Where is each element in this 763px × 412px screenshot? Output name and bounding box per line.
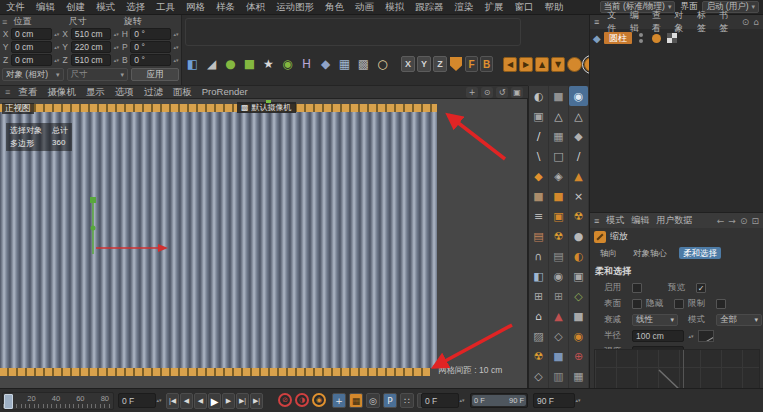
viewport[interactable]: 正视图 ▩ 默认摄像机 选择对象 总计 多边形 360 网格间距 : 10 cm (0, 99, 528, 388)
restrict-checkbox[interactable] (716, 299, 726, 309)
toolbar-icon[interactable]: ◉ (279, 54, 296, 74)
viewport-menu-item[interactable]: 查看 (18, 86, 37, 99)
object-mode-dropdown[interactable]: 对象 (相对)▾ (2, 68, 64, 81)
palette-icon[interactable]: ■ (569, 306, 588, 326)
toolbar-icon[interactable]: ■ (241, 54, 258, 74)
size-field[interactable]: 220 cm (71, 41, 112, 53)
object-manager-menu-item[interactable]: 对象 (674, 9, 688, 35)
viewport-menu-icon[interactable]: ≡ (5, 87, 10, 97)
stepper[interactable]: ▴▾ (54, 45, 60, 50)
palette-icon[interactable]: / (569, 146, 588, 166)
view-control-icon[interactable]: ▣ (511, 87, 523, 98)
palette-icon[interactable]: ■ (549, 86, 568, 106)
transport-button[interactable]: ◀ (194, 393, 207, 409)
stepper[interactable]: ▴▾ (173, 32, 179, 37)
history-nav-icon[interactable]: ⊙ (740, 216, 748, 226)
axis-lock-button[interactable]: X (401, 56, 415, 72)
palette-icon[interactable]: ▣ (529, 106, 548, 126)
palette-icon[interactable]: \ (529, 146, 548, 166)
menu-item[interactable]: 编辑 (36, 1, 55, 14)
palette-icon[interactable]: ≡ (529, 206, 548, 226)
timeline-ruler[interactable]: 020406080 (2, 392, 114, 410)
falloff-dropdown[interactable]: 线性▾ (632, 314, 678, 326)
palette-icon[interactable]: ▥ (549, 366, 568, 386)
position-field[interactable]: 0 cm (11, 54, 52, 66)
palette-icon[interactable]: ☢ (569, 206, 588, 226)
mode-dropdown[interactable]: 全部▾ (716, 314, 762, 326)
view-control-icon[interactable]: + (466, 87, 478, 98)
viewport-menu-item[interactable]: 面板 (173, 86, 192, 99)
rotation-field[interactable]: 0 ° (130, 41, 171, 53)
palette-icon[interactable]: ◉ (569, 86, 588, 106)
uvw-tag[interactable] (667, 33, 677, 43)
palette-icon[interactable]: ● (569, 226, 588, 246)
palette-icon[interactable]: ⊕ (569, 346, 588, 366)
visibility-dots[interactable] (639, 33, 643, 43)
rotation-field[interactable]: 0 ° (130, 54, 171, 66)
stepper[interactable]: ▴▾ (156, 398, 162, 403)
palette-icon[interactable]: ■ (549, 186, 568, 206)
radius-field[interactable]: 100 cm (632, 330, 684, 342)
stepper[interactable]: ▴▾ (575, 398, 581, 403)
toolbar-icon[interactable]: ◧ (184, 54, 201, 74)
rotation-field[interactable]: 0 ° (130, 28, 171, 40)
menu-item[interactable]: 角色 (325, 1, 344, 14)
palette-icon[interactable]: ▣ (569, 266, 588, 286)
size-mode-dropdown[interactable]: 尺寸▾ (67, 68, 129, 81)
palette-icon[interactable]: ◇ (569, 286, 588, 306)
palette-icon[interactable]: ◧ (529, 266, 548, 286)
palette-icon[interactable]: △ (549, 106, 568, 126)
menu-item[interactable]: 帮助 (545, 1, 564, 14)
history-nav-icon[interactable]: ⊡ (751, 216, 759, 226)
stepper[interactable]: ▴▾ (54, 58, 60, 63)
stepper[interactable]: ▴▾ (173, 45, 179, 50)
panel-menu-icon[interactable]: ≡ (594, 17, 599, 27)
keying-toggle[interactable]: ∷ (400, 393, 414, 408)
viewport-menu-item[interactable]: 显示 (86, 86, 105, 99)
range-end-field[interactable]: 90 F (533, 393, 575, 408)
axis-gizmo[interactable] (90, 197, 168, 254)
palette-icon[interactable]: □ (549, 146, 568, 166)
record-button[interactable]: ◑ (295, 393, 309, 407)
menu-item[interactable]: 扩展 (485, 1, 504, 14)
viewport-menu-item[interactable]: 摄像机 (47, 86, 76, 99)
transport-button[interactable]: |◀ (166, 393, 179, 409)
palette-icon[interactable]: ◆ (569, 126, 588, 146)
palette-icon[interactable]: ▤ (529, 226, 548, 246)
palette-icon[interactable]: × (569, 186, 588, 206)
polygon-selection-tag[interactable] (652, 34, 661, 43)
menu-item[interactable]: 模拟 (385, 1, 404, 14)
falloff-curve-thumbnail[interactable] (698, 330, 714, 342)
menu-item[interactable]: 样条 (216, 1, 235, 14)
view-control-icon[interactable]: ↺ (496, 87, 508, 98)
menu-item[interactable]: 动画 (355, 1, 374, 14)
preview-checkbox[interactable]: ✓ (696, 283, 706, 293)
menu-item[interactable]: 运动图形 (276, 1, 314, 14)
menu-item[interactable]: 跟踪器 (415, 1, 444, 14)
palette-icon[interactable]: ▲ (569, 166, 588, 186)
toolbar-icon[interactable]: ▩ (355, 54, 372, 74)
hidden-checkbox[interactable] (674, 299, 684, 309)
palette-icon[interactable]: ▤ (549, 246, 568, 266)
menu-item[interactable]: 渲染 (455, 1, 474, 14)
object-manager-menu-item[interactable]: 标签 (697, 9, 711, 35)
attribute-tab[interactable]: 对象轴心 (629, 247, 671, 259)
size-field[interactable]: 510 cm (71, 54, 112, 66)
panel-menu-icon[interactable]: ≡ (594, 216, 599, 226)
menu-item[interactable]: 窗口 (515, 1, 534, 14)
position-field[interactable]: 0 cm (11, 28, 52, 40)
toolbar-icon[interactable]: H (298, 54, 315, 74)
object-manager-menu-item[interactable]: 书签 (719, 9, 733, 35)
keying-toggle[interactable]: ▦ (349, 393, 363, 408)
menu-item[interactable]: 工具 (156, 1, 175, 14)
palette-icon[interactable]: ⌂ (529, 306, 548, 326)
palette-icon[interactable]: ◈ (549, 166, 568, 186)
record-button[interactable]: ◉ (312, 393, 326, 407)
stepper[interactable]: ▴▾ (173, 58, 179, 63)
current-frame-field[interactable]: 0 F (118, 393, 156, 408)
attribute-menu-item[interactable]: 用户数据 (656, 214, 692, 227)
viewport-menu-item[interactable]: ProRender (202, 86, 248, 99)
orange-round-button[interactable] (567, 57, 582, 72)
stepper[interactable]: ▴▾ (113, 32, 119, 37)
palette-icon[interactable]: ▦ (569, 366, 588, 386)
